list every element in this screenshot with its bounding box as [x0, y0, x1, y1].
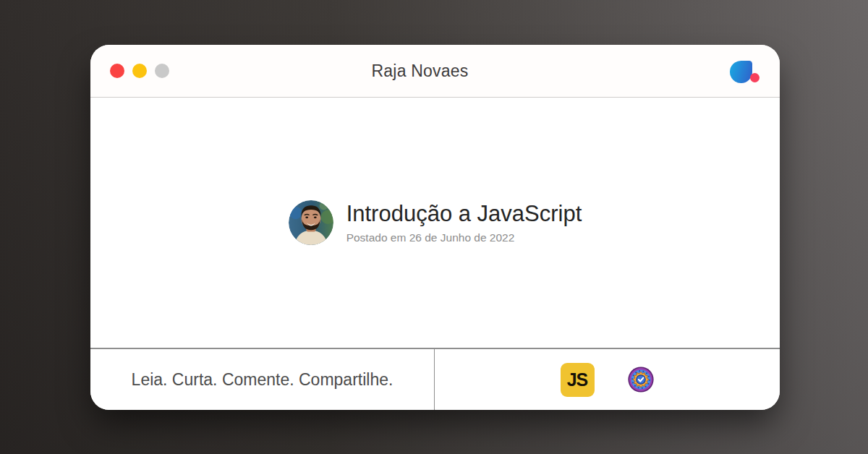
post-content-area: Introdução a JavaScript Postado em 26 de…	[90, 98, 780, 348]
minimize-window-icon[interactable]	[132, 64, 147, 78]
window-titlebar: Raja Novaes	[90, 45, 780, 98]
tagline-text: Leia. Curta. Comente. Compartilhe.	[132, 370, 393, 390]
footer-badges-cell: JS	[435, 349, 780, 410]
post-date: Postado em 26 de Junho de 2022	[346, 231, 582, 245]
post-title: Introdução a JavaScript	[346, 201, 582, 227]
post-text-block: Introdução a JavaScript Postado em 26 de…	[346, 201, 582, 245]
window-title: Raja Novaes	[372, 61, 469, 81]
dio-logo-icon	[730, 61, 760, 85]
dio-blue-drop-shape	[730, 61, 752, 83]
close-window-icon[interactable]	[110, 64, 124, 78]
traffic-light-buttons	[110, 45, 169, 97]
card-footer: Leia. Curta. Comente. Compartilhe. JS	[90, 348, 780, 410]
post-header: Introdução a JavaScript Postado em 26 de…	[289, 200, 582, 245]
author-photo-illustration	[289, 200, 333, 245]
dark-gradient-background: Raja Novaes	[0, 0, 868, 454]
maximize-window-icon[interactable]	[155, 64, 169, 78]
browser-window-card: Raja Novaes	[90, 45, 780, 410]
dio-red-dot	[750, 73, 760, 82]
achievement-medal-icon	[627, 366, 655, 393]
javascript-logo-icon: JS	[561, 363, 595, 397]
avatar	[289, 200, 333, 245]
footer-tagline-cell: Leia. Curta. Comente. Compartilhe.	[90, 349, 435, 410]
